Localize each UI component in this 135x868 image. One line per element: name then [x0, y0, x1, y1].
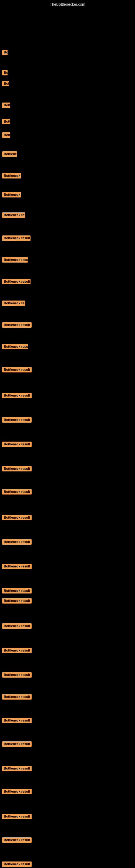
result-row: Bottleneck result [2, 102, 10, 109]
bottleneck-result-label: Bottleneck result [2, 393, 32, 398]
bottleneck-result-label: Bottleneck result [2, 119, 10, 124]
bottleneck-result-label: Bottleneck result [2, 192, 21, 197]
bottleneck-result-label: Bottleneck result [2, 442, 32, 447]
bottleneck-result-label: Bottleneck result [2, 539, 32, 545]
result-row: Bottleneck result [2, 466, 32, 472]
bottleneck-result-label: Bottleneck result [2, 837, 32, 843]
result-row: Bottleneck result [2, 344, 28, 350]
result-row: Bottleneck result [2, 81, 9, 87]
result-row: Bottleneck result [2, 741, 32, 748]
bottleneck-result-label: Bottleneck result [2, 489, 32, 495]
bottleneck-result-label: Bottleneck result [2, 151, 17, 157]
result-row: Bottleneck result [2, 173, 21, 180]
bottleneck-result-label: Bottleneck result [2, 50, 8, 55]
result-row: Bottleneck result [2, 367, 32, 373]
bottleneck-result-label: Bottleneck result [2, 789, 32, 794]
result-row: Bottleneck result [2, 212, 25, 219]
result-row: Bottleneck result [2, 417, 32, 424]
bottleneck-result-label: Bottleneck result [2, 279, 31, 284]
result-row: Bottleneck result [2, 766, 32, 772]
bottleneck-result-label: Bottleneck result [2, 173, 21, 179]
bottleneck-result-label: Bottleneck result [2, 70, 8, 75]
result-row: Bottleneck result [2, 564, 32, 570]
bottleneck-result-label: Bottleneck result [2, 598, 32, 603]
bottleneck-result-label: Bottleneck result [2, 301, 25, 306]
bottleneck-result-label: Bottleneck result [2, 623, 32, 629]
result-row: Bottleneck result [2, 862, 32, 868]
bottleneck-result-label: Bottleneck result [2, 694, 32, 700]
bottleneck-result-label: Bottleneck result [2, 564, 32, 569]
bottleneck-result-label: Bottleneck result [2, 236, 31, 241]
bottleneck-result-label: Bottleneck result [2, 588, 32, 593]
bottleneck-result-label: Bottleneck result [2, 212, 25, 218]
result-row: Bottleneck result [2, 279, 31, 285]
bottleneck-result-label: Bottleneck result [2, 81, 9, 86]
bottleneck-result-label: Bottleneck result [2, 322, 32, 328]
result-row: Bottleneck result [2, 236, 31, 242]
bottleneck-result-label: Bottleneck result [2, 741, 32, 747]
result-row: Bottleneck result [2, 694, 32, 701]
bottleneck-result-label: Bottleneck result [2, 862, 32, 867]
bottleneck-result-label: Bottleneck result [2, 814, 32, 819]
result-row: Bottleneck result [2, 539, 32, 546]
result-row: Bottleneck result [2, 393, 32, 399]
bottleneck-result-label: Bottleneck result [2, 102, 10, 108]
bottleneck-result-label: Bottleneck result [2, 515, 32, 520]
result-row: Bottleneck result [2, 151, 17, 158]
bottleneck-result-label: Bottleneck result [2, 257, 28, 262]
result-row: Bottleneck result [2, 814, 32, 820]
bottleneck-result-label: Bottleneck result [2, 417, 32, 423]
result-row: Bottleneck result [2, 789, 32, 795]
result-row: Bottleneck result [2, 623, 32, 630]
result-row: Bottleneck result [2, 50, 8, 56]
result-row: Bottleneck result [2, 598, 32, 604]
result-row: Bottleneck result [2, 257, 28, 264]
bottleneck-result-label: Bottleneck result [2, 132, 10, 138]
result-row: Bottleneck result [2, 301, 25, 307]
result-row: Bottleneck result [2, 132, 10, 139]
result-row: Bottleneck result [2, 192, 21, 198]
result-row: Bottleneck result [2, 119, 10, 125]
bottleneck-result-label: Bottleneck result [2, 367, 32, 372]
bottleneck-result-label: Bottleneck result [2, 344, 28, 349]
result-row: Bottleneck result [2, 672, 32, 679]
result-row: Bottleneck result [2, 837, 32, 844]
result-row: Bottleneck result [2, 442, 32, 448]
site-title: TheBottlenecker.com [0, 0, 135, 8]
bottleneck-result-label: Bottleneck result [2, 466, 32, 471]
result-row: Bottleneck result [2, 70, 8, 76]
result-row: Bottleneck result [2, 489, 32, 496]
bottleneck-result-label: Bottleneck result [2, 648, 32, 653]
result-row: Bottleneck result [2, 588, 32, 595]
result-row: Bottleneck result [2, 515, 32, 521]
result-row: Bottleneck result [2, 322, 32, 329]
bottleneck-result-label: Bottleneck result [2, 766, 32, 771]
bottleneck-result-label: Bottleneck result [2, 718, 32, 723]
bottleneck-result-label: Bottleneck result [2, 672, 32, 678]
result-row: Bottleneck result [2, 648, 32, 654]
result-row: Bottleneck result [2, 718, 32, 724]
